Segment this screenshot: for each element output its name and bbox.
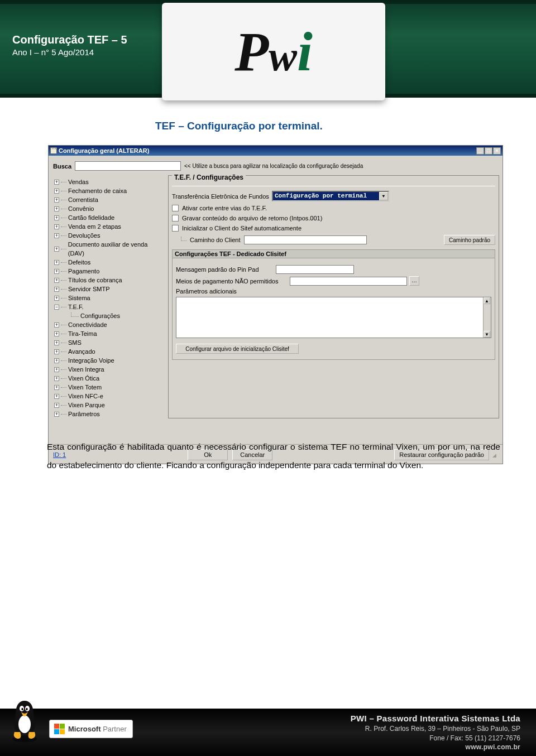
tree-label: Vixen NFC-e xyxy=(68,392,103,401)
tef-mode-label: Transferência Eletrônica de Fundos xyxy=(172,193,270,200)
logo-letter-p: P xyxy=(234,21,269,83)
tree-item-titulos[interactable]: +Títulos de cobrança xyxy=(52,276,164,285)
svg-point-5 xyxy=(26,707,27,710)
search-label: Busca xyxy=(53,163,71,170)
scroll-down-icon[interactable]: ▼ xyxy=(484,331,490,338)
tree-label: Venda em 2 etapas xyxy=(68,222,121,231)
caminho-client-row: Caminho do Client Caminho padrão xyxy=(172,235,495,245)
svg-point-1 xyxy=(18,715,31,733)
body-paragraph: Esta configuração é habilitada quanto é … xyxy=(47,438,500,474)
collapse-icon[interactable]: − xyxy=(54,305,59,310)
config-panel: T.E.F. / Configurações Transferência Ele… xyxy=(168,175,499,418)
chk-inicializar-label: Inicializar o Client do Sitef automatica… xyxy=(182,225,302,232)
checkbox[interactable] xyxy=(172,205,179,211)
tree-item-conectividade[interactable]: +Conectividade xyxy=(52,320,164,329)
tree-label: Correntista xyxy=(68,195,98,204)
caminho-padrao-button[interactable]: Caminho padrão xyxy=(444,235,495,245)
partner-word: Partner xyxy=(103,725,127,733)
tree-label: Vendas xyxy=(68,177,89,186)
tree-label: SMS xyxy=(68,338,82,347)
tree-label: Vixen Ótica xyxy=(68,374,99,383)
window-controls: _ □ × xyxy=(476,147,501,155)
header-titleblock: Configuração TEF – 5 Ano I – n° 5 Ago/20… xyxy=(12,33,127,57)
tree-item-defeitos[interactable]: +Defeitos xyxy=(52,258,164,267)
meios-input[interactable] xyxy=(290,277,407,286)
tree-item-parque[interactable]: +Vixen Parque xyxy=(52,401,164,410)
tree-label: Servidor SMTP xyxy=(68,285,110,293)
chevron-down-icon[interactable]: ▼ xyxy=(379,192,388,200)
tree-label: Vixen Totem xyxy=(68,383,102,392)
tree-item-vendas[interactable]: +Vendas xyxy=(52,177,164,186)
tree-label: Convênio xyxy=(68,204,94,213)
tree-item-correntista[interactable]: +Correntista xyxy=(52,195,164,204)
meios-browse-button[interactable]: … xyxy=(409,276,419,286)
tree-label: Devoluções xyxy=(68,231,100,240)
app-icon xyxy=(50,147,57,154)
tree-item-avancado[interactable]: +Avançado xyxy=(52,347,164,356)
chk-ativar-row[interactable]: Ativar corte entre vias do T.E.F. xyxy=(172,205,495,211)
tree-item-sms[interactable]: +SMS xyxy=(52,338,164,347)
tree-label: Conectividade xyxy=(68,320,107,329)
tree-item-voipe[interactable]: +Integração Voipe xyxy=(52,356,164,365)
tree-label: Documento auxiliar de venda (DAV) xyxy=(68,240,164,258)
msg-pinpad-input[interactable] xyxy=(276,265,354,274)
window-body: +Vendas +Fechamento de caixa +Correntist… xyxy=(49,175,502,422)
pwi-logo: Pwi xyxy=(234,30,313,74)
tree-item-totem[interactable]: +Vixen Totem xyxy=(52,383,164,392)
tree-item-sistema[interactable]: +Sistema xyxy=(52,293,164,302)
caminho-client-input[interactable] xyxy=(244,235,367,244)
tree-item-tef-config[interactable]: Configurações xyxy=(52,311,164,320)
nav-tree[interactable]: +Vendas +Fechamento de caixa +Correntist… xyxy=(52,175,164,418)
divider xyxy=(172,186,495,186)
tree-item-parametros[interactable]: +Parâmetros xyxy=(52,410,164,418)
config-clisitef-button[interactable]: Configurar arquivo de inicialização Clis… xyxy=(176,344,299,354)
tree-item-fechamento[interactable]: +Fechamento de caixa xyxy=(52,186,164,195)
page-footer: Microsoft Partner PWI – Password Interat… xyxy=(0,709,536,756)
tree-item-cartaofid[interactable]: +Cartão fidelidade xyxy=(52,213,164,222)
tree-item-nfce[interactable]: +Vixen NFC-e xyxy=(52,392,164,401)
checkbox[interactable] xyxy=(172,225,179,232)
minimize-button[interactable]: _ xyxy=(476,147,484,155)
maximize-button[interactable]: □ xyxy=(485,147,492,155)
chk-gravar-row[interactable]: Gravar conteúdo do arquivo de retorno (I… xyxy=(172,215,495,221)
scroll-up-icon[interactable]: ▲ xyxy=(484,297,490,304)
tree-item-tef[interactable]: −T.E.F. xyxy=(52,302,164,311)
tree-label: Vixen Integra xyxy=(68,365,104,374)
checkbox[interactable] xyxy=(172,215,179,221)
tree-line xyxy=(61,182,66,182)
tree-item-tirateima[interactable]: +Tira-Teima xyxy=(52,329,164,338)
tree-label: Parâmetros xyxy=(68,410,100,418)
tree-item-otica[interactable]: +Vixen Ótica xyxy=(52,374,164,383)
tree-label: Títulos de cobrança xyxy=(68,276,122,285)
config-window: Configuração geral (ALTERAR) _ □ × Busca… xyxy=(48,145,503,464)
tree-item-integra[interactable]: +Vixen Integra xyxy=(52,365,164,374)
tree-item-devolucoes[interactable]: +Devoluções xyxy=(52,231,164,240)
tree-line xyxy=(71,312,79,317)
search-input[interactable] xyxy=(75,161,181,171)
window-titlebar[interactable]: Configuração geral (ALTERAR) _ □ × xyxy=(49,146,502,156)
tree-item-dav[interactable]: +Documento auxiliar de venda (DAV) xyxy=(52,240,164,258)
tree-line xyxy=(181,237,186,241)
tree-item-venda2etapas[interactable]: +Venda em 2 etapas xyxy=(52,222,164,231)
tree-label: Avançado xyxy=(68,347,95,356)
microsoft-flag-icon xyxy=(54,724,65,734)
tef-mode-select[interactable]: Configuração por terminal ▼ xyxy=(272,191,389,201)
expand-icon[interactable]: + xyxy=(54,180,59,185)
ms-word: Microsoft xyxy=(68,725,101,733)
meios-label: Meios de pagamento NÃO permitidos xyxy=(176,278,288,285)
tef-mode-value: Configuração por terminal xyxy=(273,192,379,200)
chk-inicializar-row[interactable]: Inicializar o Client do Sitef automatica… xyxy=(172,225,495,232)
chk-gravar-label: Gravar conteúdo do arquivo de retorno (I… xyxy=(182,215,322,221)
tree-item-pagamento[interactable]: +Pagamento xyxy=(52,267,164,276)
tree-label: Cartão fidelidade xyxy=(68,213,114,222)
window-title: Configuração geral (ALTERAR) xyxy=(59,147,149,154)
tree-item-smtp[interactable]: +Servidor SMTP xyxy=(52,285,164,293)
params-textarea[interactable]: ▲ ▼ xyxy=(176,297,491,338)
subsection-header: Configurações TEF - Dedicado Clisitef xyxy=(172,249,495,258)
subsection-body: Mensagem padrão do Pin Pad Meios de paga… xyxy=(172,258,495,360)
chk-ativar-label: Ativar corte entre vias do T.E.F. xyxy=(182,205,267,211)
close-button[interactable]: × xyxy=(493,147,501,155)
scrollbar[interactable]: ▲ ▼ xyxy=(483,297,491,338)
tree-item-convenio[interactable]: +Convênio xyxy=(52,204,164,213)
doc-title: Configuração TEF – 5 xyxy=(12,33,127,46)
